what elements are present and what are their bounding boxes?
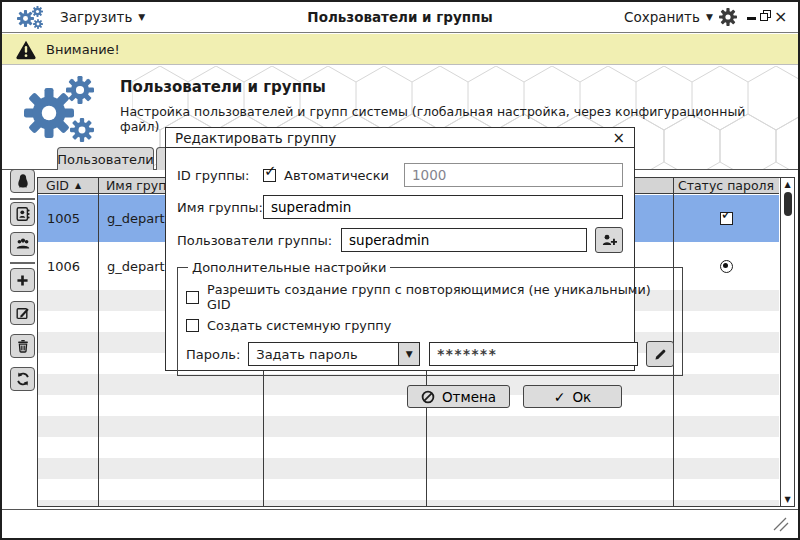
column-header-gid[interactable]: GID ▲ — [38, 178, 98, 193]
user-group-icon — [15, 236, 31, 252]
group-name-row: Имя группы: — [177, 195, 623, 219]
password-mode-select[interactable]: Задать пароль ▼ — [248, 342, 420, 366]
refresh-icon — [15, 371, 31, 387]
group-name-input[interactable] — [263, 195, 623, 219]
app-window: Загрузить ▼ Пользователи и группы Сохран… — [0, 0, 800, 540]
toolbar-address-book-button[interactable] — [10, 202, 35, 226]
toolbar-separator — [10, 198, 35, 200]
check-icon: ✓ — [554, 389, 566, 405]
edit-password-button[interactable] — [646, 341, 674, 367]
group-id-input[interactable] — [404, 163, 623, 187]
settings-gear-icon[interactable] — [719, 8, 737, 26]
dialog-body: ID группы: ✓ Автоматически Имя группы: П… — [166, 148, 634, 408]
auto-id-checkbox-checked[interactable]: ✓ — [263, 169, 276, 182]
cell-gid: 1006 — [38, 259, 98, 274]
warning-text: Внимание! — [46, 42, 120, 57]
group-id-row: ID группы: ✓ Автоматически — [177, 163, 623, 187]
password-status-radio-on[interactable] — [720, 260, 733, 273]
toolbar-add-button[interactable] — [10, 268, 35, 292]
password-label: Пароль: — [186, 347, 240, 362]
duplicate-gid-label: Разрешить создание групп с повторяющимис… — [207, 282, 674, 312]
system-group-checkbox[interactable] — [186, 319, 199, 332]
system-group-label: Создать системную группу — [207, 318, 391, 333]
warning-banner: Внимание! — [2, 34, 798, 65]
page-title: Пользователи и группы — [120, 78, 326, 96]
trash-icon — [15, 338, 31, 354]
address-book-icon — [15, 206, 31, 222]
advanced-settings-legend: Дополнительные настройки — [188, 260, 390, 275]
cancel-circle-slash-icon — [421, 390, 435, 404]
dialog-close-button[interactable]: × — [612, 129, 625, 147]
toolbar-edit-button[interactable] — [10, 301, 35, 325]
toolbar-refresh-button[interactable] — [10, 367, 35, 391]
group-users-row: Пользователи группы: — [177, 227, 623, 253]
toolbar-separator — [10, 262, 35, 264]
resize-grip[interactable] — [773, 517, 789, 532]
dialog-buttons-row: Отмена ✓ Ок — [177, 385, 623, 408]
group-id-label: ID группы: — [177, 168, 263, 183]
toolbar-groups-button[interactable] — [10, 232, 35, 256]
close-window-button[interactable]: × — [774, 7, 787, 27]
group-users-input[interactable] — [341, 228, 587, 252]
dialog-title: Редактировать группу — [175, 130, 336, 146]
tab-users[interactable]: Пользователи — [57, 147, 154, 170]
check-icon: ✓ — [721, 212, 734, 223]
cell-gid: 1005 — [38, 211, 98, 226]
duplicate-gid-row: Разрешить создание групп с повторяющимис… — [186, 282, 674, 312]
column-divider — [98, 178, 99, 506]
page-gears-logo-icon — [20, 72, 112, 154]
user-plus-icon — [601, 232, 618, 248]
save-menu-button[interactable]: Сохранить ▼ — [624, 2, 713, 32]
scrollbar-thumb[interactable] — [784, 192, 792, 216]
status-bar — [2, 509, 798, 538]
system-group-row: Создать системную группу — [186, 318, 674, 333]
minimize-button[interactable] — [747, 17, 756, 20]
edit-pencil-icon — [15, 305, 31, 321]
chevron-down-icon: ▼ — [706, 12, 713, 22]
plus-icon — [15, 273, 30, 288]
pencil-icon — [653, 347, 668, 362]
vertical-scrollbar[interactable]: ▲ ▼ — [780, 178, 794, 506]
ok-button[interactable]: ✓ Ок — [523, 385, 622, 408]
cancel-label: Отмена — [442, 389, 496, 405]
password-input[interactable] — [429, 342, 638, 366]
password-status-checkbox-checked[interactable]: ✓ — [720, 212, 733, 225]
ok-label: Ок — [572, 389, 591, 405]
group-name-label: Имя группы: — [177, 200, 263, 215]
duplicate-gid-checkbox[interactable] — [186, 291, 199, 304]
column-header-password-status[interactable]: Статус пароля — [673, 178, 779, 193]
toolbar-delete-button[interactable] — [10, 334, 35, 358]
password-row: Пароль: Задать пароль ▼ — [186, 341, 674, 367]
sort-asc-icon: ▲ — [75, 181, 81, 190]
toolbar-users-button[interactable] — [10, 169, 35, 193]
scroll-down-icon[interactable]: ▼ — [781, 495, 794, 504]
auto-id-label: Автоматически — [284, 168, 389, 183]
advanced-settings-fieldset: Дополнительные настройки Разрешить созда… — [177, 260, 683, 376]
add-user-to-group-button[interactable] — [595, 227, 623, 253]
cancel-button[interactable]: Отмена — [407, 385, 510, 408]
save-menu-label: Сохранить — [624, 9, 700, 25]
chevron-down-icon: ▼ — [398, 343, 419, 365]
dialog-titlebar: Редактировать группу × — [166, 128, 634, 148]
titlebar: Загрузить ▼ Пользователи и группы Сохран… — [2, 2, 798, 33]
group-users-label: Пользователи группы: — [177, 233, 332, 248]
check-icon: ✓ — [264, 162, 277, 180]
edit-group-dialog: Редактировать группу × ID группы: ✓ Авто… — [165, 127, 635, 371]
maximize-button[interactable] — [760, 10, 772, 22]
warning-triangle-icon — [15, 39, 37, 60]
password-mode-value: Задать пароль — [249, 343, 398, 365]
scroll-up-icon[interactable]: ▲ — [781, 180, 794, 189]
penguin-icon — [15, 173, 31, 189]
